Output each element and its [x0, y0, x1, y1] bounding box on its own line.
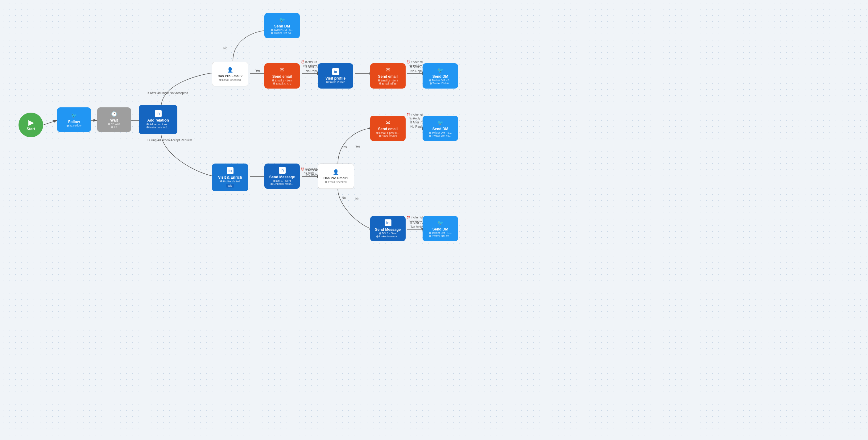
send-dm-top-sub2: Twitter DM #a...	[271, 31, 293, 34]
send-dm-top-right-sub1: Twitter DM - S...	[429, 79, 452, 82]
edge-label-after7d-4: If After 7dNo Reply	[410, 120, 424, 129]
has-pro-email-2-sub: Email Checked	[325, 180, 347, 184]
visit-profile-sub: Profile Visited	[326, 81, 345, 84]
send-email-1-label: Send email	[272, 75, 292, 79]
mail-icon-2	[385, 67, 390, 74]
add-relation-node[interactable]: in Add relation Added on Link... Invite …	[139, 105, 177, 134]
wait-sub1: #2 Wait	[108, 122, 120, 125]
visit-enrich-node[interactable]: in Visit & Enrich Profile Visited Old	[212, 164, 248, 191]
linkedin-icon-msgbot: in	[385, 219, 392, 226]
send-dm-bot-sub1: Twitter DM - S...	[429, 231, 452, 235]
visit-enrich-label: Visit & Enrich	[218, 175, 242, 180]
send-email-mid-label: Send email	[378, 127, 398, 131]
twitter-icon-dm-mid	[437, 119, 443, 126]
flow-canvas: If After 4d Invite Not Accepted During 4…	[0, 0, 868, 440]
start-label: Start	[27, 127, 35, 131]
send-dm-mid-sub1: Twitter DM - S...	[429, 131, 452, 134]
linkedin-icon-enrich: in	[227, 167, 234, 174]
add-relation-sub2: Invite note #c6...	[147, 126, 169, 129]
send-dm-top-sub1: Twitter DM - S...	[271, 28, 293, 31]
send-dm-top-right-node[interactable]: Send DM Twitter DM - S... Twitter DM #i.…	[423, 63, 458, 89]
edge-label-invite-not-accepted: If After 4d Invite Not Accepted	[148, 91, 188, 95]
visit-enrich-badge: Old	[226, 184, 234, 187]
follow-sub: #1 Follow	[67, 124, 82, 127]
person-icon	[227, 67, 233, 73]
edge-label-yes-2: Yes	[342, 145, 347, 149]
play-icon	[28, 119, 34, 127]
send-email-1-sub1: Email 1 - Sent	[272, 79, 292, 82]
send-dm-bot-right-label: Send DM	[432, 227, 448, 231]
add-relation-label: Add relation	[147, 118, 169, 122]
linkedin-icon-add: in	[155, 110, 162, 117]
send-email-2-label: Send email	[378, 75, 398, 79]
has-pro-email-sub: Email Checked	[219, 78, 241, 82]
send-message-node[interactable]: in Send Message DM 1 - Sent Linkedin mes…	[265, 164, 300, 189]
send-dm-top-label: Send DM	[274, 24, 290, 28]
send-dm-top-right-label: Send DM	[432, 75, 448, 79]
send-email-1-node[interactable]: Send email Email 1 - Sent Email #7770	[265, 63, 300, 89]
follow-label: Follow	[68, 120, 80, 124]
send-dm-bot-sub2: Twitter DM #b...	[429, 235, 451, 238]
send-dm-bot-right-node[interactable]: Send DM Twitter DM - S... Twitter DM #b.…	[423, 216, 458, 241]
twitter-icon-dm-top	[279, 17, 285, 23]
visit-enrich-sub1: Profile Visited	[220, 180, 240, 183]
twitter-icon-dm-bot	[437, 220, 443, 226]
wait-label: Wait	[111, 118, 118, 122]
send-dm-mid-sub2: Twitter DM #a...	[429, 134, 451, 137]
visit-profile-node[interactable]: in Visit profile Profile Visited	[318, 63, 353, 89]
person-icon-2	[333, 169, 339, 175]
linkedin-icon-msg: in	[279, 167, 286, 174]
visit-profile-label: Visit profile	[326, 76, 345, 81]
follow-node[interactable]: Follow #1 Follow	[57, 107, 91, 132]
svg-line-1	[43, 120, 57, 125]
edge-label-yes: Yes	[255, 68, 260, 73]
wait-node[interactable]: Wait #2 Wait 2d	[97, 107, 131, 132]
send-message-label: Send Message	[269, 175, 295, 179]
edge-label-when-accept: During 4d When Accept Request	[148, 138, 192, 143]
send-message-sub2: Linkedin mess...	[271, 182, 293, 185]
has-pro-email-2-label: Has Pro Email?	[323, 176, 348, 180]
send-email-2-sub1: Email 2 - Sent	[378, 79, 398, 82]
edge-label-7d-visit: ⏰ If After 7dNo Reply	[301, 60, 317, 67]
send-message-bot-sub2: Linkedin mess...	[376, 235, 399, 238]
edge-label-no-hasPro2: No	[355, 197, 359, 201]
send-dm-top-right-sub2: Twitter DM #i...	[430, 82, 451, 85]
send-email-mid-node[interactable]: Send email Email 1 post D... Email #ad29	[370, 116, 406, 141]
send-message-bot-sub1: DM 1 - Sent	[379, 232, 397, 235]
send-email-1-sub2: Email #7770	[273, 82, 291, 85]
edge-label-7d-bot: ⏰ If After 7dNo reply	[407, 216, 423, 223]
edge-label-no-top: No	[223, 46, 227, 51]
edge-label-yes-hasPro2: Yes	[355, 144, 360, 149]
send-email-mid-sub2: Email #ad29	[379, 135, 397, 138]
send-dm-mid-right-node[interactable]: Send DM Twitter DM - S... Twitter DM #a.…	[423, 116, 458, 141]
edge-label-no-2: No	[342, 196, 346, 200]
send-dm-top-node[interactable]: Send DM Twitter DM - S... Twitter DM #a.…	[265, 13, 300, 38]
edge-label-7d-dm-mid: ⏰ If After 7dNo Reply	[407, 113, 423, 120]
send-email-2-sub2: Email #df85	[379, 82, 397, 85]
send-dm-mid-right-label: Send DM	[432, 127, 448, 131]
mail-icon-mid	[385, 119, 390, 126]
edge-label-7d-dm-2: ⏰ If After 7dNo Reply	[407, 60, 423, 67]
edge-label-4d-noreply: ⏰ If After 4dNo reply	[301, 168, 317, 175]
start-node[interactable]: Start	[19, 113, 43, 137]
add-relation-sub1: Added on Link...	[147, 123, 169, 126]
clock-icon	[111, 111, 117, 117]
mail-icon-1	[280, 67, 284, 74]
send-message-bot-node[interactable]: in Send Message DM 1 - Sent Linkedin mes…	[370, 216, 406, 241]
twitter-icon-dm-topright	[437, 67, 443, 74]
twitter-icon-follow	[71, 112, 77, 119]
linkedin-icon-visit: in	[332, 68, 339, 75]
has-pro-email-node[interactable]: Has Pro Email? Email Checked	[212, 62, 248, 86]
has-pro-email-2-node[interactable]: Has Pro Email? Email Checked	[318, 164, 354, 189]
send-message-sub1: DM 1 - Sent	[273, 179, 291, 182]
has-pro-email-label: Has Pro Email?	[218, 74, 243, 78]
send-email-2-node[interactable]: Send email Email 2 - Sent Email #df85	[370, 63, 406, 89]
wait-sub2: 2d	[111, 125, 117, 129]
send-email-mid-sub1: Email 1 post D...	[376, 131, 399, 135]
send-message-bot-label: Send Message	[375, 227, 401, 232]
